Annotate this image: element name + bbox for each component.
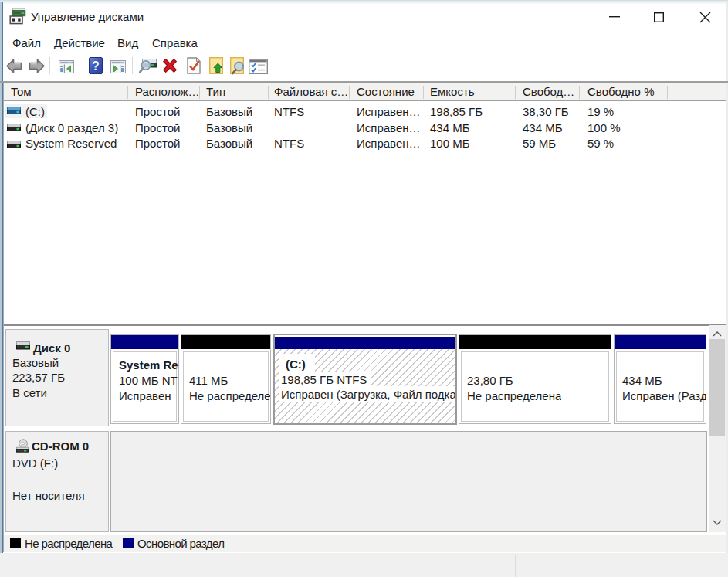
svg-text:?: ? [92,59,100,73]
